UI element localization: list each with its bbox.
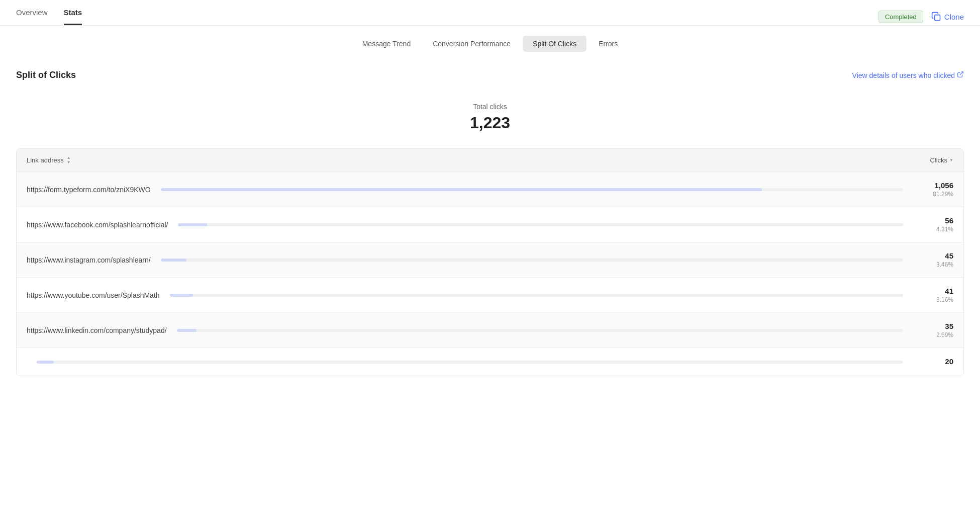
sub-tab-conversion-performance[interactable]: Conversion Performance bbox=[423, 36, 521, 52]
clicks-header: Clicks ▼ bbox=[930, 156, 953, 164]
clicks-cell: 45 3.46% bbox=[913, 251, 953, 268]
sub-tab-errors[interactable]: Errors bbox=[589, 36, 628, 52]
progress-bar-fill bbox=[161, 259, 187, 262]
sort-icon-link[interactable]: ▲ ▼ bbox=[67, 156, 71, 164]
bar-column bbox=[37, 361, 903, 364]
section-header: Split of Clicks View details of users wh… bbox=[16, 70, 964, 80]
completed-badge: Completed bbox=[878, 11, 923, 23]
table-row: https://www.youtube.com/user/SplashMath … bbox=[17, 278, 963, 313]
main-tabs: Overview Stats bbox=[16, 8, 82, 25]
progress-bar-fill bbox=[177, 329, 197, 332]
table-row: https://www.instagram.com/splashlearn/ 4… bbox=[17, 242, 963, 278]
view-details-link[interactable]: View details of users who clicked bbox=[852, 71, 964, 79]
table-row: https://www.linkedin.com/company/studypa… bbox=[17, 313, 963, 348]
table-row: https://form.typeform.com/to/zniX9KWO 1,… bbox=[17, 172, 963, 207]
top-navigation: Overview Stats Completed Clone bbox=[0, 0, 980, 26]
tab-stats[interactable]: Stats bbox=[64, 8, 82, 25]
progress-bar-bg bbox=[178, 223, 903, 226]
progress-bar-fill bbox=[170, 294, 193, 297]
bar-column bbox=[170, 294, 903, 297]
sub-tab-split-of-clicks[interactable]: Split Of Clicks bbox=[523, 36, 586, 52]
sub-navigation: Message Trend Conversion Performance Spl… bbox=[0, 26, 980, 62]
sort-icon-clicks[interactable]: ▼ bbox=[949, 158, 953, 162]
section-title: Split of Clicks bbox=[16, 70, 76, 80]
clicks-cell: 41 3.16% bbox=[913, 287, 953, 303]
total-clicks-value: 1,223 bbox=[16, 114, 964, 132]
clicks-cell: 35 2.69% bbox=[913, 322, 953, 338]
progress-bar-fill bbox=[37, 361, 54, 364]
table-row: 20 bbox=[17, 348, 963, 376]
content-area: Split of Clicks View details of users wh… bbox=[0, 62, 980, 384]
clicks-table: Link address ▲ ▼ Clicks ▼ https://form.t… bbox=[16, 148, 964, 376]
clone-button[interactable]: Clone bbox=[931, 12, 964, 22]
svg-rect-0 bbox=[934, 15, 940, 21]
link-url: https://www.linkedin.com/company/studypa… bbox=[27, 326, 167, 334]
bar-column bbox=[161, 259, 903, 262]
progress-bar-bg bbox=[161, 188, 903, 191]
top-right-actions: Completed Clone bbox=[878, 11, 964, 23]
bar-column bbox=[161, 188, 903, 191]
tab-overview[interactable]: Overview bbox=[16, 8, 48, 25]
svg-line-1 bbox=[960, 72, 963, 75]
table-header: Link address ▲ ▼ Clicks ▼ bbox=[17, 149, 963, 172]
progress-bar-bg bbox=[177, 329, 903, 332]
progress-bar-fill bbox=[161, 188, 762, 191]
progress-bar-bg bbox=[161, 259, 903, 262]
clone-icon bbox=[931, 12, 941, 22]
bar-column bbox=[178, 223, 903, 226]
external-link-icon bbox=[957, 71, 964, 79]
bar-column bbox=[177, 329, 903, 332]
link-url: https://www.youtube.com/user/SplashMath bbox=[27, 291, 160, 299]
clicks-cell: 20 bbox=[913, 357, 953, 367]
progress-bar-bg bbox=[37, 361, 903, 364]
total-clicks-label: Total clicks bbox=[16, 103, 964, 111]
clicks-cell: 56 4.31% bbox=[913, 216, 953, 233]
link-url: https://form.typeform.com/to/zniX9KWO bbox=[27, 186, 151, 194]
sub-tab-message-trend[interactable]: Message Trend bbox=[352, 36, 421, 52]
link-url: https://www.facebook.com/splashlearnoffi… bbox=[27, 221, 168, 229]
table-row: https://www.facebook.com/splashlearnoffi… bbox=[17, 207, 963, 242]
progress-bar-bg bbox=[170, 294, 903, 297]
total-clicks-container: Total clicks 1,223 bbox=[16, 93, 964, 148]
link-address-header: Link address ▲ ▼ bbox=[27, 156, 71, 164]
link-url: https://www.instagram.com/splashlearn/ bbox=[27, 256, 151, 264]
progress-bar-fill bbox=[178, 223, 207, 226]
clicks-cell: 1,056 81.29% bbox=[913, 181, 953, 198]
